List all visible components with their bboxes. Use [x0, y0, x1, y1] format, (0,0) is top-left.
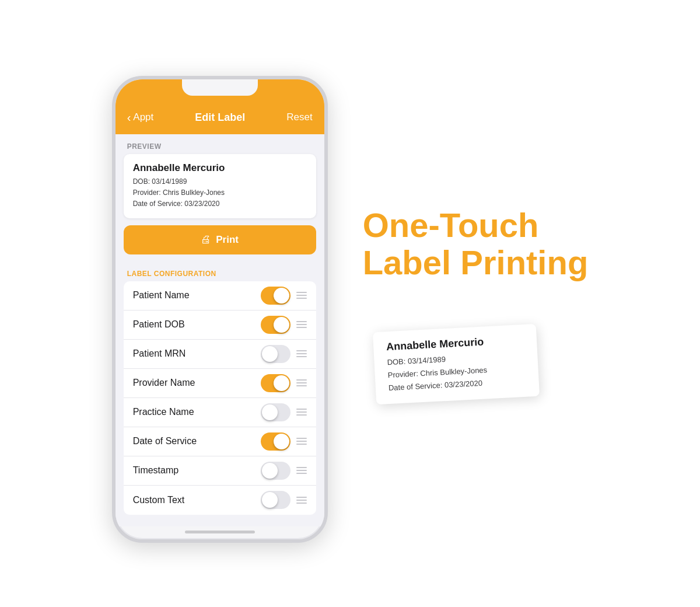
config-list: Patient Name [124, 281, 316, 515]
config-controls-timestamp [261, 462, 307, 480]
config-controls-custom-text [261, 491, 307, 509]
reset-button[interactable]: Reset [286, 111, 312, 123]
print-button-label: Print [216, 234, 239, 246]
home-indicator [185, 531, 255, 533]
right-side: One-Touch Label Printing Annabelle Mercu… [363, 207, 589, 400]
preview-patient-name: Annabelle Mercurio [133, 162, 307, 174]
phone-notch [182, 79, 258, 96]
toggle-knob-date-of-service [274, 434, 289, 449]
tagline-line2: Label Printing [363, 244, 589, 281]
drag-handle-practice-name[interactable] [296, 409, 307, 416]
toggle-provider-name[interactable] [261, 374, 290, 392]
drag-handle-provider-name[interactable] [296, 379, 307, 386]
phone-wrapper: ‹ Appt Edit Label Reset PREVIEW Annabell… [112, 76, 328, 543]
preview-provider: Provider: Chris Bulkley-Jones [133, 187, 307, 198]
preview-details: DOB: 03/14/1989 Provider: Chris Bulkley-… [133, 176, 307, 210]
drag-line [296, 295, 307, 296]
config-row-date-of-service: Date of Service [124, 427, 316, 456]
drag-handle-patient-mrn[interactable] [296, 350, 307, 357]
config-label-date-of-service: Date of Service [133, 436, 197, 446]
toggle-patient-dob[interactable] [261, 316, 290, 334]
toggle-patient-name[interactable] [261, 287, 290, 305]
config-controls-patient-name [261, 287, 307, 305]
sticker-details: DOB: 03/14/1989 Provider: Chris Bulkley-… [387, 349, 526, 395]
nav-title: Edit Label [195, 111, 245, 124]
back-label: Appt [133, 111, 153, 123]
config-label-practice-name: Practice Name [133, 407, 194, 417]
nav-bar: ‹ Appt Edit Label Reset [116, 105, 324, 134]
config-label-custom-text: Custom Text [133, 495, 185, 505]
drag-line [296, 298, 307, 299]
toggle-knob-patient-mrn [262, 346, 278, 362]
toggle-timestamp[interactable] [261, 462, 290, 480]
config-label-provider-name: Provider Name [133, 378, 195, 388]
label-sticker: Annabelle Mercurio DOB: 03/14/1989 Provi… [373, 323, 540, 404]
config-controls-practice-name [261, 403, 307, 421]
toggle-knob-practice-name [262, 404, 278, 420]
config-controls-patient-mrn [261, 345, 307, 363]
config-row-patient-mrn: Patient MRN [124, 340, 316, 369]
preview-card: Annabelle Mercurio DOB: 03/14/1989 Provi… [124, 154, 316, 218]
toggle-knob-timestamp [262, 463, 278, 479]
toggle-knob-provider-name [274, 375, 289, 391]
drag-handle-custom-text[interactable] [296, 497, 307, 504]
print-button[interactable]: 🖨 Print [124, 225, 316, 254]
config-label-patient-name: Patient Name [133, 290, 190, 301]
drag-handle-patient-name[interactable] [296, 292, 307, 299]
label-sticker-wrapper: Annabelle Mercurio DOB: 03/14/1989 Provi… [374, 328, 538, 400]
preview-section-header: PREVIEW [116, 134, 324, 154]
phone-shell: ‹ Appt Edit Label Reset PREVIEW Annabell… [112, 76, 328, 543]
toggle-date-of-service[interactable] [261, 432, 290, 451]
config-row-patient-dob: Patient DOB [124, 311, 316, 340]
config-row-timestamp: Timestamp [124, 456, 316, 486]
drag-line [296, 292, 307, 293]
preview-dos: Date of Service: 03/23/2020 [133, 198, 307, 210]
config-row-patient-name: Patient Name [124, 281, 316, 311]
config-controls-date-of-service [261, 432, 307, 451]
toggle-patient-mrn[interactable] [261, 345, 290, 363]
config-controls-patient-dob [261, 316, 307, 334]
config-section-header: LABEL CONFIGURATION [116, 261, 324, 281]
config-label-patient-dob: Patient DOB [133, 319, 185, 330]
config-controls-provider-name [261, 374, 307, 392]
config-row-provider-name: Provider Name [124, 369, 316, 398]
config-label-timestamp: Timestamp [133, 465, 179, 476]
toggle-practice-name[interactable] [261, 403, 290, 421]
toggle-knob-patient-dob [274, 317, 289, 333]
toggle-knob-patient-name [274, 288, 289, 304]
tagline-line1: One-Touch [363, 207, 589, 244]
preview-dob: DOB: 03/14/1989 [133, 176, 307, 187]
screen-content: PREVIEW Annabelle Mercurio DOB: 03/14/19… [116, 134, 324, 526]
scene: ‹ Appt Edit Label Reset PREVIEW Annabell… [0, 0, 700, 607]
back-button[interactable]: ‹ Appt [127, 111, 154, 124]
chevron-left-icon: ‹ [127, 111, 131, 124]
drag-handle-date-of-service[interactable] [296, 438, 307, 445]
tagline: One-Touch Label Printing [363, 207, 589, 281]
config-label-patient-mrn: Patient MRN [133, 348, 186, 359]
drag-handle-timestamp[interactable] [296, 467, 307, 474]
drag-handle-patient-dob[interactable] [296, 321, 307, 328]
printer-icon: 🖨 [201, 233, 211, 246]
toggle-knob-custom-text [262, 492, 278, 508]
toggle-custom-text[interactable] [261, 491, 290, 509]
config-row-practice-name: Practice Name [124, 398, 316, 427]
config-row-custom-text: Custom Text [124, 486, 316, 515]
